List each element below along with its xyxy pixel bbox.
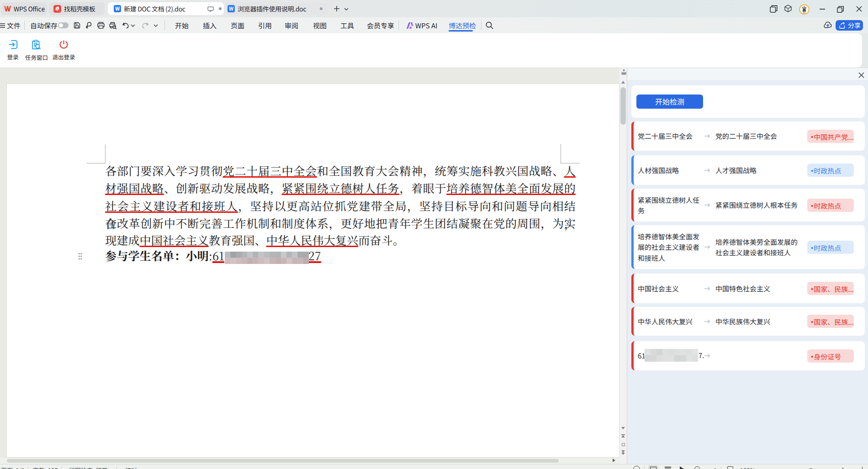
svg-text:W: W [229, 5, 233, 12]
svg-text:W: W [115, 5, 120, 12]
